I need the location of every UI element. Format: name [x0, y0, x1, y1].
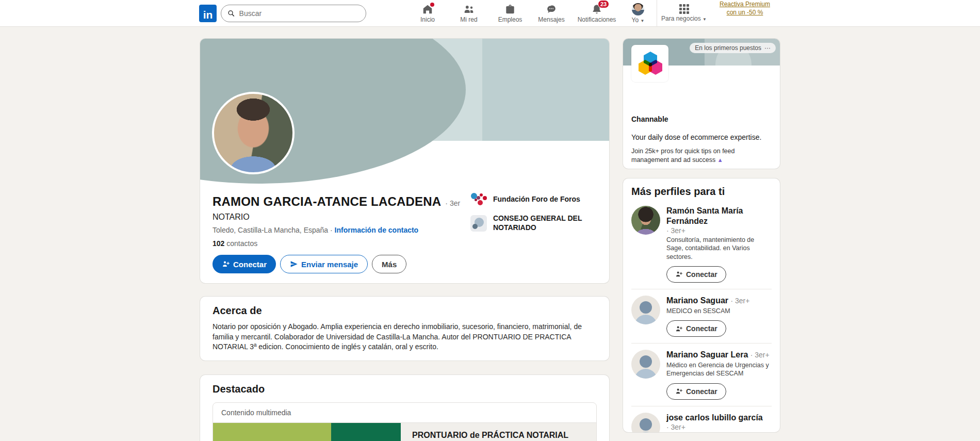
primary-nav: Inicio Mi red Empleos Mensajes 23 Notifi…	[407, 0, 781, 27]
connect-button[interactable]: Conectar	[666, 266, 726, 283]
more-button[interactable]: Más	[372, 255, 406, 273]
connect-button[interactable]: Conectar	[213, 255, 276, 273]
notifications-badge: 23	[598, 0, 609, 8]
suggested-profile-ghost-avatar[interactable]	[631, 350, 660, 379]
search-box[interactable]	[221, 5, 366, 22]
send-icon	[290, 260, 298, 268]
nav-item-yo[interactable]: Yo ▼	[622, 0, 655, 27]
suggested-profile-headline: MEDICO en SESCAM	[666, 307, 772, 315]
suggested-profile-headline: Médico en Gerencia de Urgencias y Emerge…	[666, 361, 772, 378]
person-add-icon	[675, 270, 683, 278]
search-input[interactable]	[239, 9, 360, 18]
connection-degree: · 3er+	[666, 226, 772, 235]
featured-item[interactable]: PRONTUARIO PRONTUARIO de PRÁCTICA NOTARI…	[213, 423, 596, 441]
linkedin-logo[interactable]: in	[199, 5, 217, 22]
promoted-badge[interactable]: En los primeros puestos ···	[690, 43, 776, 53]
send-message-button[interactable]: Enviar mensaje	[280, 255, 368, 273]
suggested-profile-photo[interactable]	[631, 206, 660, 235]
about-text: Notario por oposición y Abogado. Amplia …	[213, 322, 597, 352]
suggestions-title: Más perfiles para ti	[631, 186, 772, 200]
profile-photo[interactable]	[212, 92, 295, 174]
foro-de-foros-logo	[470, 191, 487, 208]
nav-divider	[657, 0, 657, 27]
featured-item-title: PRONTUARIO de PRÁCTICA NOTARIAL	[412, 431, 585, 440]
suggested-profile-row: jose carlos lubillo garcía · 3er+	[631, 406, 772, 433]
contact-info-link[interactable]: Información de contacto	[335, 226, 419, 234]
rocket-icon: ▲	[717, 157, 723, 163]
featured-item-thumbnail: PRONTUARIO	[213, 423, 401, 441]
connection-degree: · 3er	[445, 199, 460, 207]
suggested-profile-row: Mariano Saguar · 3er+ MEDICO en SESCAM C…	[631, 289, 772, 343]
chevron-down-icon: ▼	[641, 19, 645, 23]
person-add-icon	[675, 387, 683, 395]
organization-item[interactable]: CONSEJO GENERAL DEL NOTARIADO	[470, 214, 600, 232]
chat-icon	[546, 4, 557, 15]
briefcase-icon	[504, 4, 516, 15]
connections-count[interactable]: 102 contactos	[213, 239, 597, 248]
profile-card: RAMON GARCIA-ATANCE LACADENA · 3er NOTAR…	[200, 39, 609, 283]
ad-card: En los primeros puestos ··· Channable Yo…	[623, 39, 780, 169]
business-grid-icon	[679, 4, 689, 14]
suggested-profile-name: Mariano Saguar Lera	[666, 350, 748, 359]
about-card: Acerca de Notario por oposición y Abogad…	[200, 297, 609, 361]
my-avatar	[632, 3, 644, 15]
suggested-profile-name[interactable]: Ramón Santa María Fernández	[666, 206, 772, 226]
channable-logo[interactable]	[631, 45, 668, 82]
profile-location: Toledo, Castilla-La Mancha, España	[213, 226, 328, 234]
profile-name: RAMON GARCIA-ATANCE LACADENA	[213, 194, 441, 209]
suggested-profile-name[interactable]: jose carlos lubillo garcía	[666, 413, 772, 423]
ad-tagline: Your daily dose of ecommerce expertise.	[631, 133, 772, 141]
suggested-profile-name: Mariano Saguar	[666, 296, 728, 305]
chevron-down-icon: ▼	[703, 17, 707, 22]
person-add-icon	[222, 260, 230, 268]
about-title: Acerca de	[213, 305, 597, 317]
suggested-profile-headline: Consultoría, mantenimiento de Sage, cont…	[666, 236, 772, 261]
featured-tab-contenido-multimedia[interactable]: Contenido multimedia	[213, 403, 596, 423]
nav-item-empleos[interactable]: Empleos	[489, 0, 531, 27]
suggestions-card: Más perfiles para ti Ramón Santa María F…	[623, 178, 780, 432]
ad-company-name[interactable]: Channable	[631, 115, 772, 123]
nav-item-notificaciones[interactable]: 23 Notificaciones	[572, 0, 622, 27]
person-add-icon	[675, 325, 683, 333]
suggested-profile-ghost-avatar[interactable]	[631, 296, 660, 324]
network-icon	[463, 4, 475, 15]
suggested-profile-row: Ramón Santa María Fernández · 3er+ Consu…	[631, 200, 772, 289]
premium-upsell-link[interactable]: Reactiva Premium con un -50 %	[709, 0, 781, 27]
nav-item-inicio[interactable]: Inicio	[407, 0, 448, 27]
consejo-notariado-logo	[470, 215, 487, 232]
featured-title: Destacado	[213, 383, 597, 395]
home-notification-dot	[429, 2, 435, 8]
connect-button[interactable]: Conectar	[666, 320, 726, 337]
connection-degree: · 3er+	[730, 297, 749, 305]
featured-card: Destacado Contenido multimedia PRONTUARI…	[200, 375, 609, 441]
profile-organizations: Fundación Foro de Foros CONSEJO GENERAL …	[470, 191, 600, 232]
suggested-profile-ghost-avatar[interactable]	[631, 413, 660, 433]
organization-item[interactable]: Fundación Foro de Foros	[470, 191, 600, 208]
suggested-profile-row: Mariano Saguar Lera · 3er+ Médico en Ger…	[631, 343, 772, 406]
top-navbar: in Inicio Mi red Empleos Mensajes	[0, 0, 980, 27]
connection-degree: · 3er+	[666, 423, 772, 431]
search-icon	[227, 9, 235, 18]
nav-item-para-negocios[interactable]: Para negocios ▼	[659, 0, 709, 27]
connection-degree: · 3er+	[750, 351, 770, 359]
connect-button[interactable]: Conectar	[666, 383, 726, 400]
nav-item-mi-red[interactable]: Mi red	[448, 0, 489, 27]
nav-item-mensajes[interactable]: Mensajes	[531, 0, 572, 27]
more-options-icon[interactable]: ···	[764, 44, 771, 52]
